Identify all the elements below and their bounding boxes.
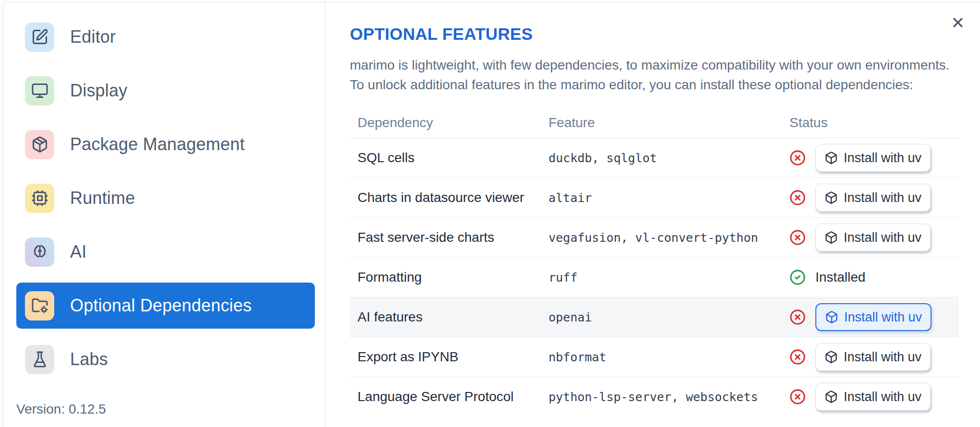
install-button-label: Install with uv: [844, 350, 921, 365]
feature-cell: python-lsp-server, websockets: [541, 390, 782, 404]
dependency-cell: AI features: [350, 309, 541, 325]
sidebar-item-icon-box: [25, 184, 54, 213]
sidebar-item-package-management[interactable]: Package Management: [16, 121, 315, 167]
column-header-feature: Feature: [541, 115, 782, 130]
install-with-uv-button[interactable]: Install with uv: [815, 343, 931, 371]
sidebar-item-label: Package Management: [70, 134, 245, 154]
brain-icon: [31, 243, 48, 261]
sidebar-item-icon-box: [25, 23, 54, 52]
feature-cell: vegafusion, vl-convert-python: [541, 231, 782, 245]
table-row: Language Server Protocol python-lsp-serv…: [350, 377, 958, 416]
flask-icon: [31, 351, 48, 368]
package-cube-icon-2: [825, 231, 838, 244]
sidebar-item-label: Optional Dependencies: [70, 296, 251, 316]
package-cube-icon: [825, 231, 838, 244]
install-with-uv-button[interactable]: Install with uv: [815, 383, 931, 411]
package-cube-icon-5: [825, 350, 838, 364]
package-cube-icon-1: [825, 191, 838, 204]
status-icon-slot: [789, 190, 806, 206]
sidebar-item-runtime[interactable]: Runtime: [16, 175, 315, 221]
dependency-cell: Fast server-side charts: [350, 230, 541, 245]
dependency-cell: SQL cells: [350, 150, 541, 166]
close-x-icon: [950, 15, 966, 30]
status-error-icon: [789, 309, 806, 325]
cpu-icon: [31, 190, 48, 207]
feature-cell: duckdb, sqlglot: [541, 151, 782, 165]
install-with-uv-button[interactable]: Install with uv: [815, 144, 931, 172]
sidebar-item-label: Display: [70, 81, 127, 101]
table-row: AI features openai Install with uv: [350, 297, 958, 337]
sidebar-item-optional-dependencies[interactable]: Optional Dependencies: [16, 283, 315, 329]
package-cube-icon: [825, 350, 838, 364]
sidebar-item-label: Runtime: [70, 188, 135, 208]
installed-label: Installed: [815, 270, 865, 285]
package-cube-icon-4: [825, 310, 838, 324]
sidebar-item-ai[interactable]: AI: [16, 229, 315, 275]
panel-title: OPTIONAL FEATURES: [350, 24, 533, 44]
status-error-icon: [789, 349, 806, 365]
status-cell: Install with uv: [782, 343, 958, 371]
sidebar-item-labs[interactable]: Labs: [16, 336, 315, 382]
column-header-status: Status: [782, 115, 958, 130]
package-cube-icon: [825, 191, 838, 204]
status-error-icon: [789, 389, 806, 405]
sidebar-nav: Editor Display Package Management Runtim…: [16, 14, 325, 382]
package-cube-icon-0: [825, 151, 838, 165]
install-with-uv-button[interactable]: Install with uv: [815, 224, 931, 251]
sidebar-item-label: Labs: [70, 349, 108, 369]
settings-dialog: Editor Display Package Management Runtim…: [3, 2, 980, 427]
dependencies-table: Dependency Feature Status SQL cells duck…: [350, 108, 958, 416]
package-cube-icon: [825, 151, 838, 165]
install-button-label: Install with uv: [844, 230, 921, 245]
close-button[interactable]: [947, 12, 968, 33]
feature-cell: altair: [541, 191, 782, 205]
package-cube-icon-6: [825, 390, 838, 403]
install-button-label: Install with uv: [844, 190, 921, 205]
sidebar-item-display[interactable]: Display: [16, 68, 315, 114]
status-installed-icon: [789, 269, 806, 285]
status-icon-slot: [789, 269, 806, 285]
status-icon-slot: [789, 349, 806, 365]
version-label: Version: 0.12.5: [16, 402, 106, 417]
square-pen-icon: [31, 28, 48, 46]
table-header-row: Dependency Feature Status: [350, 108, 958, 138]
sidebar-item-editor[interactable]: Editor: [16, 14, 315, 60]
status-cell: Install with uv: [782, 184, 958, 212]
table-row: Formatting ruff Installed: [350, 258, 958, 297]
feature-cell: ruff: [541, 271, 782, 285]
optional-features-panel: OPTIONAL FEATURES marimo is lightweight,…: [325, 2, 980, 427]
install-button-label: Install with uv: [844, 390, 921, 404]
status-error-icon: [789, 150, 806, 166]
sidebar-item-label: AI: [70, 242, 86, 262]
table-row: Fast server-side charts vegafusion, vl-c…: [350, 218, 958, 258]
install-with-uv-button[interactable]: Install with uv: [815, 184, 931, 212]
package-cube-icon: [825, 390, 838, 403]
status-cell: Installed: [782, 269, 958, 285]
status-icon-slot: [789, 150, 806, 166]
status-icon-slot: [789, 229, 806, 246]
package-cube-icon: [825, 310, 838, 324]
monitor-icon: [31, 82, 48, 99]
package-icon: [31, 136, 48, 153]
install-button-label: Install with uv: [844, 151, 921, 166]
dependency-cell: Charts in datasource viewer: [350, 190, 541, 205]
install-with-uv-button[interactable]: Install with uv: [815, 303, 932, 331]
install-button-label: Install with uv: [844, 310, 922, 325]
status-cell: Install with uv: [782, 383, 958, 411]
feature-cell: openai: [541, 310, 782, 324]
status-icon-slot: [789, 309, 806, 325]
panel-description: marimo is lightweight, with few dependen…: [350, 55, 959, 95]
sidebar-item-icon-box: [25, 237, 54, 267]
status-cell: Install with uv: [782, 303, 958, 331]
table-row: Charts in datasource viewer altair Insta…: [350, 178, 958, 218]
sidebar-item-icon-box: [25, 345, 54, 374]
status-error-icon: [789, 229, 806, 246]
status-cell: Install with uv: [782, 224, 958, 251]
table-body: SQL cells duckdb, sqlglot Install with u…: [350, 138, 958, 416]
dependency-cell: Formatting: [350, 270, 541, 285]
feature-cell: nbformat: [541, 350, 782, 364]
status-cell: Install with uv: [782, 144, 958, 172]
column-header-dependency: Dependency: [350, 115, 541, 130]
sidebar-item-icon-box: [25, 130, 54, 159]
dependency-cell: Language Server Protocol: [350, 389, 541, 404]
